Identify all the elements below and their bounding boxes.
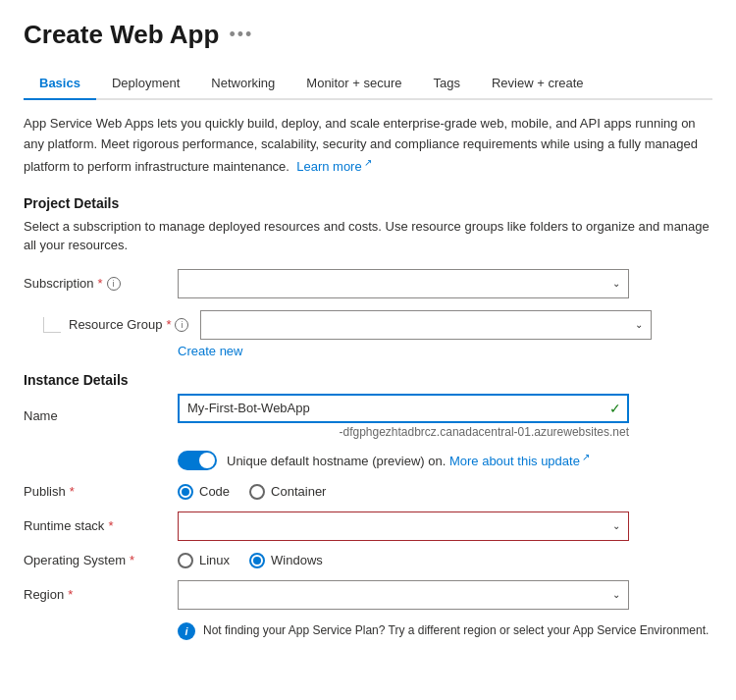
publish-row: Publish * Code Container xyxy=(24,484,712,500)
publish-container-radio[interactable] xyxy=(249,484,265,500)
os-windows-radio[interactable] xyxy=(249,553,265,568)
tab-review-create[interactable]: Review + create xyxy=(476,68,600,100)
name-input-wrap: ✓ xyxy=(178,394,629,423)
subscription-control-wrap: ⌄ xyxy=(178,269,629,298)
resource-group-info-icon[interactable]: i xyxy=(175,318,188,332)
service-description: App Service Web Apps lets you quickly bu… xyxy=(24,114,712,178)
page-title: Create Web App xyxy=(24,20,219,50)
hostname-row: Unique default hostname (preview) on. Mo… xyxy=(24,451,712,470)
hostname-external-icon: ↗ xyxy=(582,452,590,462)
os-linux-option[interactable]: Linux xyxy=(178,553,230,568)
region-control-wrap: ⌄ xyxy=(178,580,629,610)
info-note-text: Not finding your App Service Plan? Try a… xyxy=(203,621,709,639)
runtime-stack-arrow: ⌄ xyxy=(612,520,620,531)
tree-line xyxy=(43,317,61,333)
hostname-toggle[interactable] xyxy=(178,451,217,470)
external-link-icon: ↗ xyxy=(364,157,372,168)
learn-more-link[interactable]: Learn more↗ xyxy=(296,159,371,174)
os-linux-radio[interactable] xyxy=(178,553,193,568)
resource-group-control-wrap: ⌄ xyxy=(200,310,652,340)
more-options-icon[interactable]: ••• xyxy=(229,25,253,45)
instance-details-heading: Instance Details xyxy=(24,372,712,388)
publish-code-radio[interactable] xyxy=(178,484,193,500)
runtime-stack-dropdown[interactable]: ⌄ xyxy=(178,512,629,541)
subscription-required: * xyxy=(98,276,103,291)
os-control-wrap: Linux Windows xyxy=(178,553,629,568)
tree-indent: Resource Group * i xyxy=(24,317,188,333)
publish-container-option[interactable]: Container xyxy=(249,484,326,500)
runtime-stack-control-wrap: ⌄ xyxy=(178,512,629,541)
tab-networking[interactable]: Networking xyxy=(195,68,290,100)
runtime-stack-required: * xyxy=(108,518,113,533)
publish-required: * xyxy=(70,484,75,499)
toggle-knob xyxy=(199,453,215,468)
name-valid-icon: ✓ xyxy=(609,401,621,416)
domain-suffix: -dfgphgezhtadbrcz.canadacentral-01.azure… xyxy=(178,425,629,439)
tab-tags[interactable]: Tags xyxy=(418,68,476,100)
region-required: * xyxy=(68,587,73,602)
resource-group-required: * xyxy=(166,317,171,332)
region-label: Region * xyxy=(24,587,166,602)
os-label: Operating System * xyxy=(24,553,166,567)
publish-control-wrap: Code Container xyxy=(178,484,629,500)
runtime-stack-row: Runtime stack * ⌄ xyxy=(24,512,712,541)
publish-code-option[interactable]: Code xyxy=(178,484,230,500)
subscription-row: Subscription * i ⌄ xyxy=(24,269,712,298)
tab-deployment[interactable]: Deployment xyxy=(96,68,195,100)
subscription-dropdown[interactable]: ⌄ xyxy=(178,269,629,298)
page-header: Create Web App ••• xyxy=(24,20,712,50)
info-note: i Not finding your App Service Plan? Try… xyxy=(24,621,712,640)
name-label: Name xyxy=(24,408,166,423)
hostname-label: Unique default hostname (preview) on. Mo… xyxy=(227,452,590,468)
subscription-dropdown-arrow: ⌄ xyxy=(612,278,620,289)
region-dropdown-arrow: ⌄ xyxy=(612,589,620,600)
publish-label: Publish * xyxy=(24,484,166,499)
resource-group-dropdown[interactable]: ⌄ xyxy=(200,310,652,340)
create-new-link[interactable]: Create new xyxy=(24,344,712,358)
subscription-info-icon[interactable]: i xyxy=(107,277,121,291)
hostname-more-link[interactable]: More about this update↗ xyxy=(449,454,590,468)
resource-group-dropdown-arrow: ⌄ xyxy=(635,319,643,330)
resource-group-label: Resource Group * i xyxy=(69,317,188,332)
os-row: Operating System * Linux Windows xyxy=(24,553,712,568)
project-details-section: Project Details Select a subscription to… xyxy=(24,195,712,358)
name-input[interactable] xyxy=(178,394,629,423)
os-radio-group: Linux Windows xyxy=(178,553,629,568)
tab-bar: Basics Deployment Networking Monitor + s… xyxy=(24,68,712,100)
name-control-wrap: ✓ -dfgphgezhtadbrcz.canadacentral-01.azu… xyxy=(178,394,629,439)
runtime-stack-label: Runtime stack * xyxy=(24,518,166,533)
region-dropdown[interactable]: ⌄ xyxy=(178,580,629,610)
info-note-icon: i xyxy=(178,622,195,640)
name-row: Name ✓ -dfgphgezhtadbrcz.canadacentral-0… xyxy=(24,394,712,439)
os-required: * xyxy=(130,553,134,567)
project-details-description: Select a subscription to manage deployed… xyxy=(24,217,712,255)
resource-group-row: Resource Group * i ⌄ xyxy=(24,310,712,340)
tab-monitor-secure[interactable]: Monitor + secure xyxy=(290,68,417,100)
subscription-label: Subscription * i xyxy=(24,276,166,291)
region-row: Region * ⌄ xyxy=(24,580,712,610)
project-details-heading: Project Details xyxy=(24,195,712,211)
os-windows-option[interactable]: Windows xyxy=(249,553,323,568)
tab-basics[interactable]: Basics xyxy=(24,68,96,100)
publish-radio-group: Code Container xyxy=(178,484,629,500)
instance-details-section: Instance Details Name ✓ -dfgphgezhtadbrc… xyxy=(24,372,712,640)
